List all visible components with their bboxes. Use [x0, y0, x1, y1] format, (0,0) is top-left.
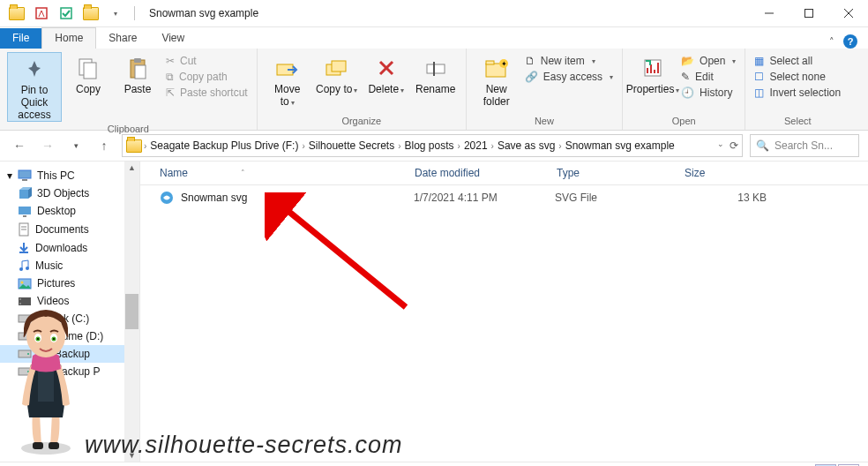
titlebar: ▾ Snowman svg example — [0, 0, 868, 27]
edit-icon: ✎ — [681, 71, 690, 83]
svg-rect-25 — [19, 190, 28, 199]
app-icon — [7, 4, 26, 23]
delete-icon — [372, 54, 400, 82]
svg-text:✦: ✦ — [500, 60, 506, 68]
copy-to-icon — [323, 54, 351, 82]
watermark-avatar — [5, 303, 86, 457]
properties-button[interactable]: Properties▾ — [630, 52, 676, 114]
cut-button[interactable]: ✂Cut — [164, 54, 250, 68]
shortcut-icon: ⇱ — [166, 86, 175, 99]
sidebar-item-music[interactable]: Music — [0, 257, 139, 274]
sidebar-item-pictures[interactable]: Pictures — [0, 274, 139, 292]
minimize-button[interactable] — [749, 0, 789, 26]
open-button[interactable]: 📂Open▾ — [679, 54, 737, 68]
properties-icon — [639, 54, 667, 82]
search-input[interactable]: 🔍 Search Sn... — [750, 134, 859, 157]
svg-rect-51 — [49, 442, 59, 449]
svg-rect-27 — [23, 215, 26, 217]
move-to-icon — [273, 54, 302, 82]
svg-rect-3 — [804, 10, 812, 18]
new-item-icon: 🗋 — [525, 55, 535, 67]
invert-selection-button[interactable]: ◫Invert selection — [752, 86, 842, 100]
paste-shortcut-button[interactable]: ⇱Paste shortcut — [164, 86, 250, 100]
new-folder-button[interactable]: ✦ New folder — [474, 52, 520, 114]
pin-to-quick-access-button[interactable]: Pin to Quick access — [7, 52, 62, 122]
sort-indicator-icon: ˄ — [241, 169, 245, 177]
tab-file[interactable]: File — [0, 28, 41, 49]
recent-dropdown[interactable]: ▾ — [65, 135, 86, 156]
svg-rect-7 — [84, 63, 96, 79]
close-button[interactable] — [828, 0, 868, 26]
svg-rect-9 — [134, 58, 141, 63]
tab-view[interactable]: View — [149, 28, 197, 49]
chevron-up-icon[interactable]: ˄ — [829, 36, 834, 48]
search-icon: 🔍 — [756, 139, 769, 152]
sidebar-item-desktop[interactable]: Desktop — [0, 202, 139, 220]
svg-rect-37 — [19, 298, 21, 300]
copy-path-button[interactable]: ⧉Copy path — [164, 70, 250, 84]
edit-button[interactable]: ✎Edit — [679, 70, 737, 84]
svg-point-49 — [21, 442, 71, 455]
easy-access-icon: 🔗 — [525, 71, 538, 83]
qat-checkbox-icon[interactable] — [56, 4, 76, 23]
invert-icon: ◫ — [754, 86, 764, 99]
svg-rect-13 — [332, 61, 346, 71]
column-headers[interactable]: Name˄ Date modified Type Size — [140, 162, 868, 185]
svg-rect-23 — [19, 170, 31, 178]
maximize-button[interactable] — [789, 0, 828, 26]
select-none-icon: ☐ — [754, 71, 764, 83]
qat-dropdown-icon[interactable]: ▾ — [106, 4, 125, 23]
pin-icon — [20, 55, 49, 83]
copy-button[interactable]: Copy — [65, 52, 111, 122]
sidebar-scrollbar[interactable]: ▲▼ — [124, 162, 139, 462]
paste-button[interactable]: Paste — [115, 52, 161, 122]
sidebar-item-documents[interactable]: Documents — [0, 220, 139, 239]
select-all-icon: ▦ — [754, 55, 764, 67]
back-button[interactable]: ← — [9, 135, 30, 156]
svg-rect-16 — [427, 64, 445, 73]
sidebar-this-pc[interactable]: ▾This PC — [0, 167, 139, 184]
address-bar: ← → ▾ ↑ › Seagate Backup Plus Drive (F:)… — [0, 131, 868, 162]
breadcrumb-icon — [126, 139, 142, 153]
ribbon-tabs: File Home Share View ˄ ? — [0, 27, 868, 49]
copy-to-button[interactable]: Copy to▾ — [314, 52, 360, 114]
svg-point-32 — [19, 267, 23, 271]
qat-new-folder-icon[interactable] — [81, 4, 101, 23]
select-all-button[interactable]: ▦Select all — [752, 54, 842, 68]
new-item-button[interactable]: 🗋New item▾ — [523, 54, 615, 68]
svg-point-56 — [37, 338, 39, 340]
paste-icon — [123, 54, 152, 82]
open-icon: 📂 — [681, 55, 694, 67]
path-icon: ⧉ — [166, 71, 174, 83]
breadcrumb[interactable]: › Seagate Backup Plus Drive (F:)› Silhou… — [122, 134, 743, 157]
refresh-icon[interactable]: ⟳ — [730, 139, 738, 152]
sidebar-item-downloads[interactable]: Downloads — [0, 239, 139, 257]
move-to-button[interactable]: Move to▾ — [265, 52, 311, 114]
select-none-button[interactable]: ☐Select none — [752, 70, 842, 84]
history-button[interactable]: 🕘History — [679, 86, 737, 100]
rename-button[interactable]: Rename — [413, 52, 459, 114]
up-button[interactable]: ↑ — [94, 135, 115, 156]
delete-button[interactable]: Delete▾ — [363, 52, 409, 114]
easy-access-button[interactable]: 🔗Easy access▾ — [523, 70, 615, 84]
file-list: Name˄ Date modified Type Size Snowman sv… — [140, 162, 868, 462]
status-bar: 1 item ☰ ▦ — [0, 462, 868, 466]
svg-rect-19 — [486, 61, 494, 64]
svg-point-35 — [21, 281, 24, 283]
ribbon: Pin to Quick access Copy Paste ✂Cut ⧉Cop… — [0, 49, 868, 131]
tab-home[interactable]: Home — [41, 27, 96, 49]
group-label-select: Select — [752, 114, 842, 128]
file-row[interactable]: Snowman svg 1/7/2021 4:11 PM SVG File 13… — [140, 185, 868, 210]
svg-point-33 — [26, 267, 29, 270]
forward-button[interactable]: → — [37, 135, 58, 156]
svg-rect-26 — [19, 207, 31, 214]
qat-properties-icon[interactable] — [32, 4, 51, 23]
scissors-icon: ✂ — [166, 55, 175, 67]
svg-rect-24 — [22, 179, 27, 181]
refresh-dropdown-icon[interactable]: ⌄ — [717, 139, 724, 152]
tab-share[interactable]: Share — [96, 28, 149, 49]
window-title: Snowman svg example — [149, 7, 258, 19]
help-icon[interactable]: ? — [843, 34, 857, 49]
sidebar-item-3d-objects[interactable]: 3D Objects — [0, 184, 139, 202]
group-label-new: New — [474, 114, 615, 128]
